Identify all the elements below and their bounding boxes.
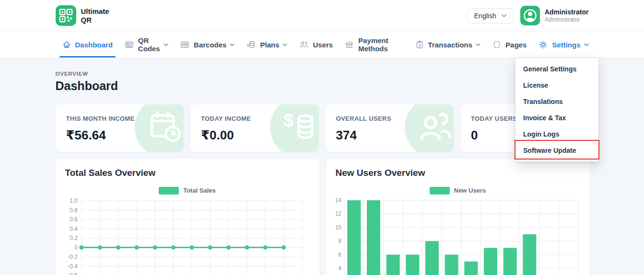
language-selected-label: English <box>474 12 496 20</box>
menu-item-invoice-tax[interactable]: Invoice & Tax <box>515 110 598 126</box>
brand-name-line2: QR <box>81 16 109 24</box>
svg-text:6: 6 <box>338 252 341 258</box>
svg-text:1.0: 1.0 <box>70 197 78 204</box>
main-nav: Dashboard QR Codes <box>0 32 644 58</box>
nav-item-payment-methods[interactable]: Payment Methods <box>345 32 403 57</box>
chart-title: New Users Overview <box>336 168 580 178</box>
svg-text:14: 14 <box>336 197 341 204</box>
gear-icon <box>539 40 548 49</box>
svg-text:$: $ <box>247 43 249 47</box>
chevron-down-icon <box>476 43 480 46</box>
total-sales-chart: 1.00.80.60.40.20-0.2-0.4-0.6 <box>65 195 310 275</box>
settings-dropdown-menu: General Settings License Translations In… <box>515 58 598 161</box>
nav-item-label: Dashboard <box>75 41 113 49</box>
qr-logo-icon <box>56 5 76 26</box>
stat-label: TODAY INCOME <box>201 115 308 122</box>
page-icon <box>492 40 501 49</box>
menu-item-login-logs[interactable]: Login Logs <box>515 126 598 142</box>
svg-text:0.4: 0.4 <box>70 226 78 232</box>
svg-text:-0.4: -0.4 <box>68 263 78 270</box>
stat-value: ₹0.00 <box>201 128 308 143</box>
total-sales-card: Total Sales Overview Total Sales 1.00.80… <box>56 159 319 275</box>
stat-value: 374 <box>336 128 444 143</box>
brand-logo[interactable]: Ultimate QR <box>56 5 109 26</box>
qr-card-icon <box>125 40 134 49</box>
chevron-down-icon <box>164 43 168 46</box>
svg-text:8: 8 <box>338 238 341 244</box>
menu-item-translations[interactable]: Translations <box>515 93 598 110</box>
menu-item-label: Software Update <box>523 147 576 154</box>
receipt-icon: $ <box>415 40 424 49</box>
svg-text:-0.2: -0.2 <box>68 253 78 260</box>
chart-title: Total Sales Overview <box>65 168 310 178</box>
svg-text:0.2: 0.2 <box>70 235 78 241</box>
nav-item-label: Settings <box>552 41 580 49</box>
user-name: Administrator <box>545 8 589 16</box>
stat-value: ₹56.64 <box>66 128 174 143</box>
svg-text:12: 12 <box>336 210 341 217</box>
nav-item-label: Pages <box>505 41 527 49</box>
page: Ultimate QR English <box>0 0 644 275</box>
nav-item-label: Transactions <box>428 41 473 49</box>
svg-text:10: 10 <box>336 224 341 231</box>
new-users-card: New Users Overview New Users 141210864 <box>326 159 590 275</box>
nav-item-label: Users <box>313 41 333 49</box>
user-menu[interactable]: Administrator Administrator <box>520 6 589 25</box>
charts-row: Total Sales Overview Total Sales 1.00.80… <box>56 159 589 275</box>
chart-legend: Total Sales <box>65 186 310 195</box>
menu-item-general-settings[interactable]: General Settings <box>515 61 598 77</box>
chevron-down-icon <box>230 43 234 46</box>
avatar <box>520 6 540 25</box>
coins-icon: $ <box>246 40 256 49</box>
users-icon <box>299 40 308 49</box>
app-header: Ultimate QR English <box>0 0 644 32</box>
chevron-down-icon <box>501 14 507 18</box>
svg-text:0.6: 0.6 <box>70 216 78 223</box>
nav-item-transactions[interactable]: $ Transactions <box>415 32 481 57</box>
page-title: Dashboard <box>56 79 589 93</box>
stat-card-overall-users: OVERALL USERS 374 <box>326 104 454 152</box>
nav-item-label: Plans <box>260 41 279 49</box>
menu-item-license[interactable]: License <box>515 77 598 93</box>
stat-card-month-income: THIS MONTH INCOME ₹56.64 <box>56 104 184 152</box>
nav-item-label: QR Codes <box>138 36 160 53</box>
brand-name-line1: Ultimate <box>81 7 109 15</box>
language-select[interactable]: English <box>468 8 514 23</box>
barcode-card-icon <box>180 40 189 49</box>
legend-label: New Users <box>454 187 486 194</box>
breadcrumb: OVERVIEW <box>56 71 589 77</box>
stats-row: THIS MONTH INCOME ₹56.64 TODAY INCOME ₹0… <box>56 104 589 152</box>
nav-item-label: Barcodes <box>194 41 226 49</box>
stat-card-today-income: TODAY INCOME ₹0.00 $ <box>190 104 319 152</box>
legend-swatch <box>430 187 450 195</box>
nav-item-plans[interactable]: $ Plans <box>246 32 287 57</box>
nav-item-qr-codes[interactable]: QR Codes <box>125 32 168 57</box>
svg-text:4: 4 <box>338 265 341 272</box>
new-users-chart: 141210864 <box>336 195 580 275</box>
bank-icon <box>345 40 354 49</box>
svg-text:0.8: 0.8 <box>70 207 78 214</box>
home-icon <box>62 40 71 49</box>
svg-text:$: $ <box>418 43 421 47</box>
legend-label: Total Sales <box>183 187 216 194</box>
nav-item-pages[interactable]: Pages <box>492 32 527 57</box>
nav-item-dashboard[interactable]: Dashboard <box>62 32 113 57</box>
stat-label: OVERALL USERS <box>336 115 444 122</box>
menu-item-software-update[interactable]: Software Update <box>515 142 598 159</box>
svg-text:0: 0 <box>74 244 78 251</box>
svg-text:-0.6: -0.6 <box>68 272 78 275</box>
stat-label: THIS MONTH INCOME <box>66 115 174 122</box>
user-role: Administrator <box>545 16 589 23</box>
chevron-down-icon <box>282 43 287 46</box>
nav-item-users[interactable]: Users <box>299 32 333 57</box>
chart-legend: New Users <box>336 186 580 195</box>
nav-item-settings[interactable]: Settings <box>539 32 588 57</box>
chevron-down-icon <box>584 43 589 46</box>
legend-swatch <box>159 187 179 195</box>
nav-item-label: Payment Methods <box>358 36 403 53</box>
nav-item-barcodes[interactable]: Barcodes <box>180 32 234 57</box>
